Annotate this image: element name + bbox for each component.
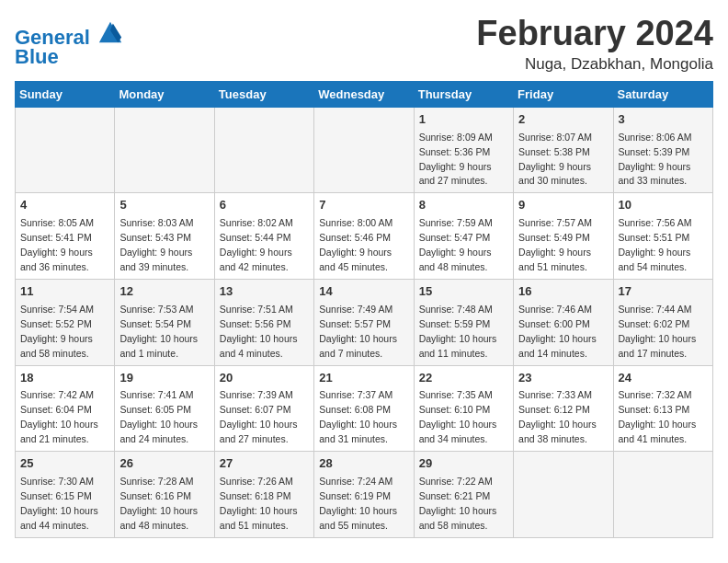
day-number: 7 <box>319 197 408 214</box>
day-info: Sunrise: 8:05 AMSunset: 5:41 PMDaylight:… <box>20 217 94 272</box>
calendar-cell: 20Sunrise: 7:39 AMSunset: 6:07 PMDayligh… <box>214 365 313 452</box>
day-info: Sunrise: 7:42 AMSunset: 6:04 PMDaylight:… <box>20 389 98 444</box>
day-number: 10 <box>619 197 708 214</box>
day-number: 4 <box>20 197 109 214</box>
calendar-cell: 18Sunrise: 7:42 AMSunset: 6:04 PMDayligh… <box>16 365 115 452</box>
day-info: Sunrise: 7:57 AMSunset: 5:49 PMDaylight:… <box>518 217 592 272</box>
location-title: Nuga, Dzabkhan, Mongolia <box>476 55 713 74</box>
day-number: 1 <box>419 111 508 129</box>
day-number: 24 <box>619 370 708 387</box>
day-info: Sunrise: 7:44 AMSunset: 6:02 PMDaylight:… <box>619 304 697 359</box>
day-number: 21 <box>319 370 408 387</box>
calendar-week-row: 4Sunrise: 8:05 AMSunset: 5:41 PMDaylight… <box>16 193 713 280</box>
day-number: 13 <box>220 283 309 301</box>
day-number: 16 <box>518 283 608 301</box>
calendar-header-monday: Monday <box>115 81 214 107</box>
logo: General Blue <box>15 18 123 69</box>
day-info: Sunrise: 8:02 AMSunset: 5:44 PMDaylight:… <box>220 217 293 272</box>
day-info: Sunrise: 7:35 AMSunset: 6:10 PMDaylight:… <box>419 389 497 444</box>
day-info: Sunrise: 7:49 AMSunset: 5:57 PMDaylight:… <box>319 304 397 359</box>
calendar-cell: 23Sunrise: 7:33 AMSunset: 6:12 PMDayligh… <box>514 365 613 452</box>
day-info: Sunrise: 7:41 AMSunset: 6:05 PMDaylight:… <box>119 389 198 444</box>
calendar-cell: 26Sunrise: 7:28 AMSunset: 6:16 PMDayligh… <box>115 452 214 538</box>
calendar-table: SundayMondayTuesdayWednesdayThursdayFrid… <box>15 81 713 538</box>
calendar-header-thursday: Thursday <box>414 81 513 107</box>
day-info: Sunrise: 8:00 AMSunset: 5:46 PMDaylight:… <box>319 217 392 272</box>
day-info: Sunrise: 7:48 AMSunset: 5:59 PMDaylight:… <box>419 304 497 359</box>
day-number: 2 <box>518 111 608 129</box>
calendar-cell: 1Sunrise: 8:09 AMSunset: 5:36 PMDaylight… <box>414 107 513 193</box>
calendar-header-tuesday: Tuesday <box>214 81 313 107</box>
calendar-cell: 4Sunrise: 8:05 AMSunset: 5:41 PMDaylight… <box>16 193 115 280</box>
calendar-cell: 12Sunrise: 7:53 AMSunset: 5:54 PMDayligh… <box>115 279 214 365</box>
day-info: Sunrise: 8:09 AMSunset: 5:36 PMDaylight:… <box>419 132 493 187</box>
calendar-cell <box>514 452 613 538</box>
calendar-week-row: 1Sunrise: 8:09 AMSunset: 5:36 PMDaylight… <box>16 107 713 193</box>
calendar-cell: 19Sunrise: 7:41 AMSunset: 6:05 PMDayligh… <box>115 365 214 452</box>
calendar-cell: 3Sunrise: 8:06 AMSunset: 5:39 PMDaylight… <box>613 107 712 193</box>
day-number: 29 <box>419 455 508 473</box>
day-info: Sunrise: 7:30 AMSunset: 6:15 PMDaylight:… <box>20 476 98 531</box>
day-number: 18 <box>20 370 109 387</box>
calendar-cell: 9Sunrise: 7:57 AMSunset: 5:49 PMDaylight… <box>514 193 613 280</box>
day-number: 8 <box>419 197 508 214</box>
day-number: 12 <box>119 283 209 301</box>
day-number: 6 <box>220 197 309 214</box>
calendar-cell: 22Sunrise: 7:35 AMSunset: 6:10 PMDayligh… <box>414 365 513 452</box>
day-info: Sunrise: 7:46 AMSunset: 6:00 PMDaylight:… <box>518 304 597 359</box>
day-info: Sunrise: 8:03 AMSunset: 5:43 PMDaylight:… <box>119 217 193 272</box>
day-number: 5 <box>119 197 209 214</box>
calendar-cell: 5Sunrise: 8:03 AMSunset: 5:43 PMDaylight… <box>115 193 214 280</box>
calendar-cell <box>115 107 214 193</box>
calendar-cell: 11Sunrise: 7:54 AMSunset: 5:52 PMDayligh… <box>16 279 115 365</box>
day-info: Sunrise: 7:53 AMSunset: 5:54 PMDaylight:… <box>119 304 198 359</box>
day-number: 9 <box>518 197 608 214</box>
calendar-cell: 15Sunrise: 7:48 AMSunset: 5:59 PMDayligh… <box>414 279 513 365</box>
day-number: 28 <box>319 455 408 473</box>
calendar-week-row: 25Sunrise: 7:30 AMSunset: 6:15 PMDayligh… <box>16 452 713 538</box>
day-number: 3 <box>619 111 708 129</box>
calendar-header-sunday: Sunday <box>16 81 115 107</box>
calendar-cell: 6Sunrise: 8:02 AMSunset: 5:44 PMDaylight… <box>214 193 313 280</box>
calendar-cell: 21Sunrise: 7:37 AMSunset: 6:08 PMDayligh… <box>314 365 414 452</box>
day-info: Sunrise: 7:26 AMSunset: 6:18 PMDaylight:… <box>220 476 298 531</box>
day-number: 27 <box>220 455 309 473</box>
calendar-cell: 16Sunrise: 7:46 AMSunset: 6:00 PMDayligh… <box>514 279 613 365</box>
calendar-cell: 29Sunrise: 7:22 AMSunset: 6:21 PMDayligh… <box>414 452 513 538</box>
day-info: Sunrise: 7:32 AMSunset: 6:13 PMDaylight:… <box>619 389 697 444</box>
month-title: February 2024 <box>476 15 713 53</box>
calendar-cell: 7Sunrise: 8:00 AMSunset: 5:46 PMDaylight… <box>314 193 414 280</box>
day-info: Sunrise: 7:59 AMSunset: 5:47 PMDaylight:… <box>419 217 493 272</box>
calendar-cell: 8Sunrise: 7:59 AMSunset: 5:47 PMDaylight… <box>414 193 513 280</box>
day-info: Sunrise: 7:37 AMSunset: 6:08 PMDaylight:… <box>319 389 397 444</box>
calendar-header-wednesday: Wednesday <box>314 81 414 107</box>
calendar-cell: 17Sunrise: 7:44 AMSunset: 6:02 PMDayligh… <box>613 279 712 365</box>
calendar-cell <box>314 107 414 193</box>
calendar-cell: 24Sunrise: 7:32 AMSunset: 6:13 PMDayligh… <box>613 365 712 452</box>
calendar-cell <box>214 107 313 193</box>
day-info: Sunrise: 7:54 AMSunset: 5:52 PMDaylight:… <box>20 304 94 359</box>
header: General Blue February 2024 Nuga, Dzabkha… <box>15 15 713 74</box>
day-info: Sunrise: 7:28 AMSunset: 6:16 PMDaylight:… <box>119 476 198 531</box>
day-number: 19 <box>119 370 209 387</box>
day-info: Sunrise: 7:51 AMSunset: 5:56 PMDaylight:… <box>220 304 298 359</box>
day-number: 11 <box>20 283 109 301</box>
calendar-cell <box>613 452 712 538</box>
calendar-cell: 14Sunrise: 7:49 AMSunset: 5:57 PMDayligh… <box>314 279 414 365</box>
day-info: Sunrise: 7:33 AMSunset: 6:12 PMDaylight:… <box>518 389 597 444</box>
calendar-header-friday: Friday <box>514 81 613 107</box>
title-area: February 2024 Nuga, Dzabkhan, Mongolia <box>476 15 713 74</box>
calendar-cell: 27Sunrise: 7:26 AMSunset: 6:18 PMDayligh… <box>214 452 313 538</box>
day-number: 14 <box>319 283 408 301</box>
day-number: 20 <box>220 370 309 387</box>
calendar-header-saturday: Saturday <box>613 81 712 107</box>
day-number: 23 <box>518 370 608 387</box>
calendar-cell: 25Sunrise: 7:30 AMSunset: 6:15 PMDayligh… <box>16 452 115 538</box>
calendar-cell: 28Sunrise: 7:24 AMSunset: 6:19 PMDayligh… <box>314 452 414 538</box>
day-number: 26 <box>119 455 209 473</box>
logo-icon <box>97 18 123 44</box>
day-number: 17 <box>619 283 708 301</box>
calendar-cell <box>16 107 115 193</box>
day-number: 15 <box>419 283 508 301</box>
day-info: Sunrise: 7:24 AMSunset: 6:19 PMDaylight:… <box>319 476 397 531</box>
